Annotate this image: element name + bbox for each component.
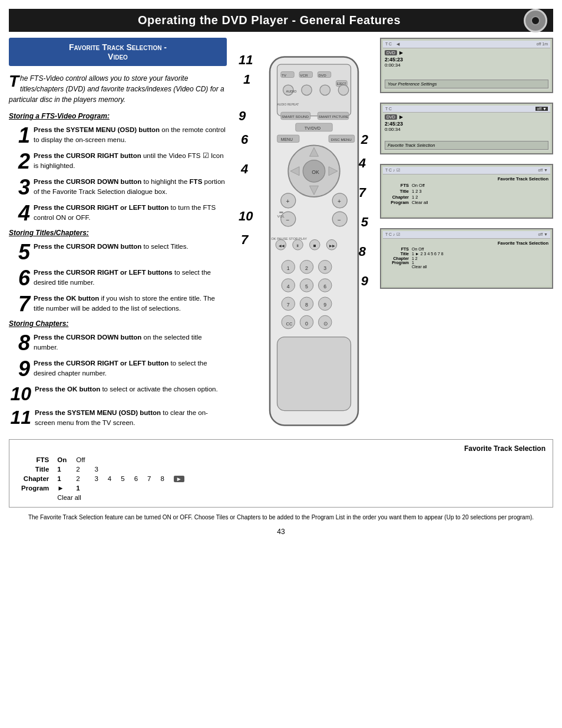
screen2-label: Favorite Track Selection	[385, 141, 548, 150]
svg-text:DISC MENU: DISC MENU	[331, 137, 352, 141]
svg-point-14	[338, 85, 349, 95]
screen1-label: Your Preference Settings	[385, 80, 548, 88]
step-6: 6 Press the CURSOR RIGHT or LEFT buttons…	[9, 268, 227, 289]
screen3-fts-header: Favorite Track Selection	[385, 176, 548, 182]
fts-title-1: 1	[52, 465, 71, 474]
svg-text:OK: OK	[312, 169, 319, 175]
step-text-1: Press the SYSTEM MENU (OSD) button on th…	[34, 125, 227, 146]
fts-ch-arrow: ►	[169, 474, 189, 483]
screen4-fts-header: Favorite Track Selection	[385, 241, 548, 246]
intro-text: The FTS-Video control allows you to stor…	[9, 73, 227, 105]
step-number-11: 11	[9, 408, 31, 427]
step-number-6: 6	[9, 268, 30, 289]
fts-val-off: Off	[71, 455, 90, 465]
fts-title-3: 3	[90, 465, 103, 474]
svg-point-13	[320, 85, 330, 95]
svg-text:9: 9	[323, 302, 326, 308]
svg-text:▶▶: ▶▶	[329, 244, 335, 248]
step-number-2: 2	[9, 151, 30, 172]
fts-ch-2: 2	[71, 474, 90, 483]
svg-text:⏸: ⏸	[296, 243, 299, 248]
fts-row-chapter: Chapter 1 2 3 4 5 6 7 8 ►	[16, 474, 189, 483]
svg-text:7: 7	[287, 302, 290, 308]
svg-text:AUDIO: AUDIO	[286, 90, 297, 93]
remote-svg: TV VCR DVD EJECT AUDIO AUDIO REPEAT	[255, 50, 373, 433]
step-number-4: 4	[9, 203, 30, 224]
step-5: 5 Press the CURSOR DOWN button to select…	[9, 242, 227, 263]
svg-text:4: 4	[287, 284, 290, 289]
step-4: 4 Press the CURSOR RIGHT or LEFT button …	[9, 203, 227, 224]
step-text-7: Press the OK button if you wish to store…	[34, 294, 227, 314]
svg-rect-77	[277, 337, 351, 411]
fts-label-chapter: Chapter	[16, 474, 52, 483]
fts-ch-7: 7	[143, 474, 156, 483]
svg-text:⊙: ⊙	[323, 321, 328, 327]
svg-text:CC: CC	[286, 321, 293, 327]
screen-4: T C ♪ ☑ off ▼ Favorite Track Selection F…	[380, 228, 553, 289]
svg-point-12	[302, 85, 312, 95]
fts-val-on: On	[52, 455, 71, 465]
svg-text:1: 1	[287, 265, 290, 271]
svg-text:SMART SOUND: SMART SOUND	[282, 114, 309, 118]
step-text-4: Press the CURSOR RIGHT or LEFT button to…	[34, 203, 227, 223]
svg-text:TV: TV	[282, 73, 287, 77]
step-text-11: Press the SYSTEM MENU (OSD) button to cl…	[35, 408, 227, 429]
remote-num-1: 1	[243, 72, 250, 87]
svg-text:0: 0	[305, 321, 308, 327]
step-text-8: Press the CURSOR DOWN button on the sele…	[34, 332, 227, 353]
svg-text:3: 3	[323, 265, 326, 271]
svg-text:⏹: ⏹	[313, 243, 316, 248]
drop-cap: T	[9, 73, 19, 90]
remote-wrapper: 11 1 9 6 4 10 7 2 4 7 5 8 9 TV	[239, 50, 368, 356]
svg-text:−: −	[338, 217, 341, 223]
remote-num-7: 7	[241, 232, 248, 248]
svg-text:8: 8	[305, 302, 308, 308]
fts-row-fts: FTS On Off	[16, 455, 189, 465]
large-fts-area: Favorite Track Selection FTS On Off Titl…	[9, 439, 553, 508]
remote-num-11: 11	[239, 52, 253, 68]
step-number-10: 10	[9, 384, 31, 403]
step-number-3: 3	[9, 177, 30, 198]
svg-text:OK    PAUSE  STOP  PLAY: OK PAUSE STOP PLAY	[272, 237, 308, 241]
fts-ch-3: 3	[90, 474, 103, 483]
page-number: 43	[0, 528, 562, 536]
step-text-2: Press the CURSOR RIGHT button until the …	[34, 151, 227, 172]
svg-text:5: 5	[305, 284, 308, 289]
svg-text:TV/DVD: TV/DVD	[305, 126, 321, 131]
fts-clear-all[interactable]: Clear all	[52, 493, 189, 502]
fts-program-1: 1	[71, 483, 90, 493]
fts-label-fts: FTS	[16, 455, 52, 465]
fts-title-2: 2	[71, 465, 90, 474]
svg-text:+: +	[338, 198, 341, 205]
remote-num-9: 9	[239, 108, 246, 124]
svg-rect-38	[279, 212, 283, 213]
section-title: Favorite Track Selection - Video	[16, 42, 220, 61]
step-text-3: Press the CURSOR DOWN button to highligh…	[34, 177, 227, 197]
remote-num-10: 10	[239, 209, 253, 224]
step-9: 9 Press the CURSOR RIGHT or LEFT button …	[9, 358, 227, 380]
step-text-9: Press the CURSOR RIGHT or LEFT button to…	[34, 358, 227, 379]
remote-num-4: 4	[241, 162, 248, 177]
fts-row-program: Program ► 1	[16, 483, 189, 493]
step-7: 7 Press the OK button if you wish to sto…	[9, 294, 227, 315]
fts-label-title: Title	[16, 465, 52, 474]
screen1-time: 2:45:23	[385, 57, 548, 62]
fts-row-clear: Clear all	[16, 493, 189, 502]
fts-label-program: Program	[16, 483, 52, 493]
step-3: 3 Press the CURSOR DOWN button to highli…	[9, 177, 227, 198]
remote-num-6: 6	[241, 132, 248, 147]
svg-text:VCR: VCR	[300, 73, 308, 77]
storing-chapters-title: Storing Chapters:	[9, 319, 227, 328]
svg-text:−: −	[286, 217, 290, 223]
fts-ch-1: 1	[52, 474, 71, 483]
left-column: Favorite Track Selection - Video The FTS…	[9, 38, 227, 433]
step-number-7: 7	[9, 294, 30, 315]
fts-row-title: Title 1 2 3	[16, 465, 189, 474]
svg-text:+: +	[286, 198, 290, 205]
screen-1: T C ◀ off 1m DVD ▶ 2:45:23 0:00:34 Your …	[380, 38, 553, 93]
step-text-5: Press the CURSOR DOWN button to select T…	[34, 242, 227, 252]
screen-3: T C ♪ ☑ off ▼ Favorite Track Selection F…	[380, 164, 553, 219]
fts-ch-6: 6	[130, 474, 143, 483]
fts-table-header: Favorite Track Selection	[16, 444, 546, 453]
step-number-9: 9	[9, 358, 30, 380]
